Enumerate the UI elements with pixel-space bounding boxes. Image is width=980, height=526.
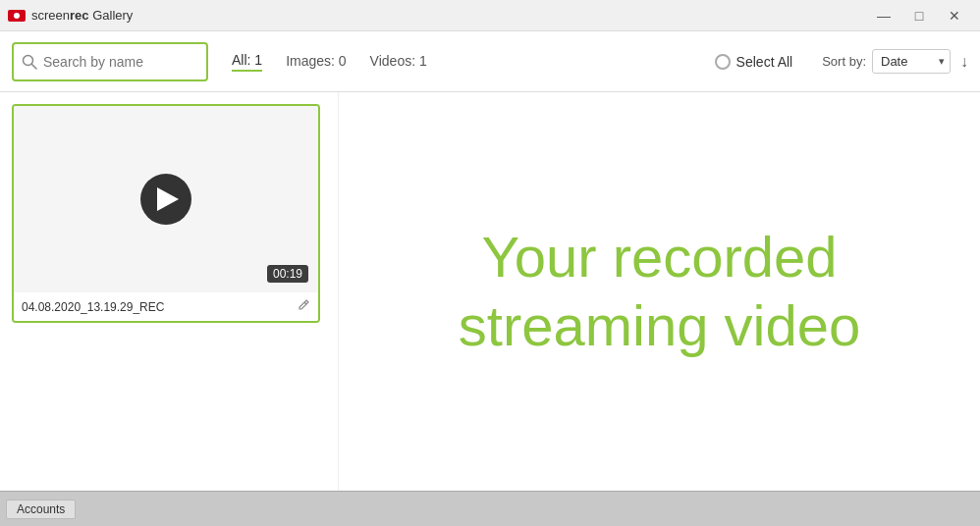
svg-line-3 [32,64,37,69]
filter-tab-images[interactable]: Images: 0 [286,53,346,71]
sort-area: Sort by: Date Name Size ▾ ↓ [822,49,968,74]
filter-tabs: All: 1 Images: 0 Videos: 1 [232,52,715,72]
main-content: 00:19 04.08.2020_13.19.29_REC Your recor… [0,92,980,491]
svg-line-4 [304,302,306,304]
toolbar: All: 1 Images: 0 Videos: 1 Select All So… [0,31,980,92]
preview-line2: streaming video [459,291,860,360]
media-filename: 04.08.2020_13.19.29_REC [22,300,164,314]
minimize-button[interactable]: — [866,0,901,31]
edit-filename-button[interactable] [297,298,310,315]
select-all-radio[interactable] [715,54,731,70]
sort-label: Sort by: [822,54,866,69]
media-thumbnail[interactable]: 00:19 [14,106,318,292]
play-icon [157,187,179,211]
media-card: 00:19 04.08.2020_13.19.29_REC [12,104,320,323]
maximize-button[interactable]: □ [901,0,937,31]
pencil-icon [297,298,310,312]
preview-panel: Your recorded streaming video [339,92,980,491]
taskbar: Accounts [0,491,980,526]
search-input[interactable] [43,54,198,70]
preview-line1: Your recorded [459,223,860,291]
sort-select[interactable]: Date Name Size [872,49,951,74]
select-all-label[interactable]: Select All [736,54,793,70]
taskbar-item[interactable]: Accounts [6,500,76,519]
filter-tab-all[interactable]: All: 1 [232,52,262,72]
filter-tab-videos[interactable]: Videos: 1 [370,53,427,71]
title-bar: screenrec Gallery — □ ✕ [0,0,980,31]
duration-badge: 00:19 [267,265,308,283]
media-footer: 04.08.2020_13.19.29_REC [14,292,318,321]
window-controls: — □ ✕ [866,0,972,31]
app-icon [8,7,26,25]
gallery-panel: 00:19 04.08.2020_13.19.29_REC [0,92,339,491]
close-button[interactable]: ✕ [937,0,972,31]
preview-text: Your recorded streaming video [459,223,860,359]
select-all-area[interactable]: Select All [715,54,793,70]
svg-point-1 [14,13,20,19]
search-box[interactable] [12,42,208,81]
search-icon [22,54,37,70]
sort-direction-button[interactable]: ↓ [960,53,968,71]
sort-select-wrapper[interactable]: Date Name Size ▾ [872,49,951,74]
title-bar-text: screenrec Gallery [31,8,866,23]
play-button[interactable] [140,174,191,225]
